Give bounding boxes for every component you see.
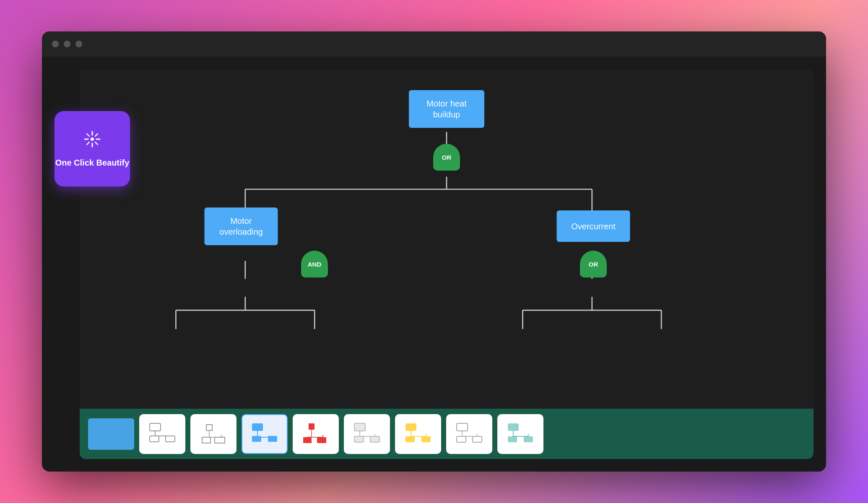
svg-rect-57	[421, 436, 431, 442]
svg-rect-24	[150, 423, 161, 431]
svg-rect-67	[508, 423, 519, 431]
toolbar-item-5[interactable]	[344, 414, 390, 454]
bottom-toolbar	[80, 409, 813, 459]
gate-or-right: OR	[579, 249, 608, 279]
svg-marker-44	[303, 437, 312, 443]
svg-rect-63	[473, 436, 482, 442]
svg-rect-50	[354, 436, 364, 442]
window-dot-3[interactable]	[75, 41, 82, 47]
svg-line-8	[87, 142, 89, 145]
toolbar-item-2[interactable]	[190, 414, 236, 454]
beautify-label: One Click Beautify	[55, 157, 130, 168]
svg-point-0	[91, 137, 94, 141]
beautify-badge[interactable]: One Click Beautify	[55, 111, 130, 187]
svg-rect-26	[166, 436, 175, 442]
toolbar-item-3[interactable]	[242, 414, 288, 454]
node-partial-bottom	[88, 418, 134, 450]
svg-marker-43	[309, 423, 314, 430]
svg-line-5	[87, 134, 89, 136]
title-bar	[42, 31, 826, 57]
node-overcurrent[interactable]: Overcurrent	[557, 210, 630, 242]
toolbar-item-6[interactable]	[395, 414, 441, 454]
node-root[interactable]: Motor heat buildup	[409, 90, 484, 128]
beautify-icon	[83, 130, 101, 152]
node-motor-overloading[interactable]: Motor overloading	[205, 207, 278, 245]
svg-rect-62	[457, 436, 466, 442]
toolbar-item-4[interactable]	[293, 414, 339, 454]
svg-rect-69	[524, 436, 533, 442]
svg-rect-49	[354, 423, 365, 431]
gate-and: AND	[300, 249, 329, 279]
toolbar-item-1[interactable]	[139, 414, 185, 454]
window-dot-2[interactable]	[64, 41, 70, 47]
diagram-area: Motor heat buildup OR Motor overloading …	[80, 69, 813, 459]
svg-rect-55	[405, 423, 416, 431]
svg-marker-45	[317, 437, 326, 443]
window-content: One Click Beautify	[42, 57, 826, 472]
gate-or-right-shape: OR	[580, 251, 607, 277]
svg-rect-56	[405, 436, 415, 442]
svg-rect-61	[457, 423, 468, 431]
svg-line-6	[95, 142, 98, 145]
svg-marker-33	[215, 437, 225, 443]
svg-marker-32	[202, 437, 211, 443]
svg-line-7	[95, 134, 98, 136]
svg-marker-31	[206, 425, 212, 430]
toolbar-item-8[interactable]	[497, 414, 543, 454]
gate-or-top: OR	[432, 143, 461, 172]
svg-rect-25	[150, 436, 159, 442]
main-window: One Click Beautify	[42, 31, 826, 472]
gate-or-shape: OR	[433, 144, 460, 171]
svg-rect-37	[252, 423, 263, 431]
toolbar-item-7[interactable]	[446, 414, 492, 454]
svg-rect-68	[508, 436, 517, 442]
gate-and-shape: AND	[301, 251, 328, 277]
window-dot-1[interactable]	[52, 41, 59, 47]
svg-rect-51	[370, 436, 379, 442]
